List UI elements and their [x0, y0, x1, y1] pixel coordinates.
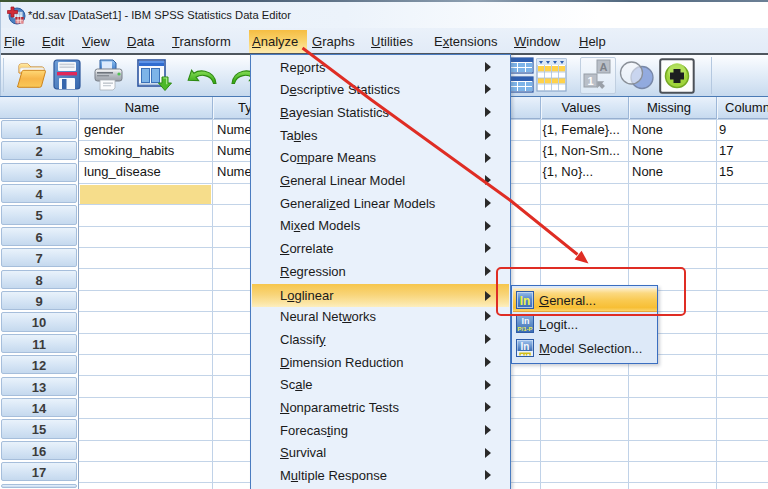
svg-text:A: A	[600, 61, 608, 73]
svg-text:In: In	[521, 316, 529, 326]
svg-text:1: 1	[587, 75, 593, 87]
svg-text:In: In	[520, 341, 529, 352]
svg-text:P/1-P: P/1-P	[517, 326, 532, 332]
